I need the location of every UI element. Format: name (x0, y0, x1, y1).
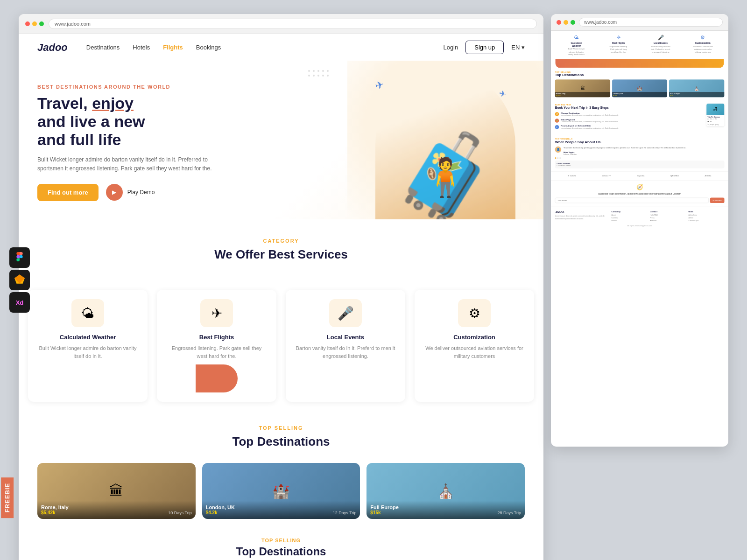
top-selling-tag: Top Selling (37, 425, 525, 431)
nav-flights[interactable]: Flights (163, 44, 183, 51)
service-card-events: 🎤 Local Events Barton vanity itself do i… (286, 290, 405, 402)
url-bar[interactable]: www.jadoo.com (49, 19, 537, 29)
right-top-destinations-title: Top Destinations (555, 73, 725, 77)
nav-bookings[interactable]: Bookings (196, 44, 221, 51)
footer-affiliates-link[interactable]: Affiliates (650, 219, 686, 221)
hero-title: Travel, enjoy and live a newand full lif… (37, 94, 215, 149)
right-flights-icon: ✈ (608, 35, 628, 41)
right-url-bar[interactable]: www.jadoo.com (579, 18, 723, 27)
testimonial-dot-1[interactable] (555, 157, 557, 159)
subscribe-icon: 🧭 (555, 184, 725, 190)
trip-share-btn[interactable]: ↗ (710, 120, 712, 123)
xd-tool[interactable]: Xd (9, 292, 30, 313)
right-maximize-btn[interactable] (571, 20, 575, 25)
footer-mobile-link[interactable]: Mobile (612, 219, 648, 221)
find-out-more-button[interactable]: Find out more (37, 184, 99, 201)
login-button[interactable]: Login (443, 44, 458, 51)
europe-days: 28 Days Trip (497, 511, 521, 515)
trip-card-image: 🏖 (706, 104, 724, 115)
hero-title-highlight: enjoy (92, 94, 134, 112)
right-dest-london[interactable]: 🏰 London, UK $4.2k (612, 79, 667, 97)
testimonial-author-avatar: 👤 You make the booking printing pointed … (555, 147, 725, 155)
trip-like-btn[interactable]: ♥ (707, 120, 709, 123)
footer-copyright: All rights reserved@jadoo.com (555, 225, 725, 227)
destination-card-europe[interactable]: ⛪ Full Europe $15k 28 Days Trip (366, 463, 525, 519)
right-step-2-dot: 💳 (555, 119, 559, 123)
language-selector[interactable]: EN ▾ (511, 44, 525, 51)
footer-about-link[interactable]: About (612, 214, 648, 216)
right-step-2: 💳 Make Payment Lorem ipsum dolor sit ame… (555, 119, 704, 123)
subscribe-button[interactable]: Subscribe (710, 198, 725, 203)
partner-jetstar: Jetstar ✈ (602, 175, 611, 177)
footer-company-title: Company (612, 210, 648, 213)
right-custom-name: Customization (693, 42, 713, 44)
category-title: We Offer Best Services (37, 247, 525, 262)
right-custom-icon: ⚙ (693, 35, 713, 41)
play-demo-button[interactable]: ▶ Play Demo (106, 184, 155, 201)
testimonial-content: You make the booking printing pointed pu… (564, 147, 686, 149)
custom-service-desc: We deliver outsourced aviation services … (424, 344, 525, 360)
footer-desc: Lorem ipsum dolor sit amet, consectetur … (555, 215, 609, 220)
bottom-title: Top Destinations (37, 545, 525, 558)
right-dest-europe[interactable]: ⛪ Full Europe $15k (669, 79, 724, 97)
right-feature-flights: ✈ Best Flights Engrossed listening. Park… (608, 35, 628, 56)
nav-hotels[interactable]: Hotels (133, 44, 150, 51)
rome-days: 10 Days Trip (168, 511, 192, 515)
nav-destinations[interactable]: Destinations (86, 44, 120, 51)
footer-airline-link[interactable]: Airline (689, 217, 725, 218)
right-events-name: Local Events (650, 42, 670, 44)
footer-lowfare-link[interactable]: Low fare tips (689, 219, 725, 221)
right-dest-rome[interactable]: 🏛 Rome, Italy $5,42k (555, 79, 610, 97)
right-step-1: 🏷 Choose Destination Lorem ipsum dolor s… (555, 112, 704, 117)
destination-card-london[interactable]: 🏰 London, UK $4.2k 12 Days Trip (202, 463, 360, 519)
close-window-btn[interactable] (25, 21, 30, 26)
minimize-window-btn[interactable] (32, 21, 37, 26)
orange-decoration (196, 364, 238, 392)
destinations-grid: 🏛 Rome, Italy $5,42k 10 Days Trip 🏰 (37, 463, 525, 519)
maximize-window-btn[interactable] (39, 21, 44, 26)
trip-card[interactable]: 🏖 Trip To Greece 24 Jun - 3 Jul ♥ ↗ 24 p… (706, 104, 724, 126)
destination-card-rome[interactable]: 🏛 Rome, Italy $5,42k 10 Days Trip (37, 463, 196, 519)
footer-airlinefees-link[interactable]: Airlinefees (689, 214, 725, 216)
footer-brand-col: Jadoo. Lorem ipsum dolor sit amet, conse… (555, 210, 609, 222)
hero-tag: BEST DESTINATIONS AROUND THE WORLD (37, 84, 215, 90)
footer-help-link[interactable]: Help/FAQ (650, 214, 686, 216)
right-destinations-grid: 🏛 Rome, Italy $5,42k 🏰 London, UK (555, 79, 725, 97)
testimonial-dot-2[interactable] (557, 157, 558, 159)
right-minimize-btn[interactable] (564, 20, 568, 25)
footer-press-link[interactable]: Press (650, 217, 686, 218)
testimonial-text-block: You make the booking printing pointed pu… (564, 147, 686, 155)
trip-card-actions: ♥ ↗ (707, 120, 723, 123)
weather-service-name: Calculated Weather (37, 334, 138, 341)
right-events-icon: 🎤 (650, 35, 670, 41)
signup-button[interactable]: Sign up (465, 41, 504, 54)
events-service-name: Local Events (295, 334, 396, 341)
right-testimonials-section: TESTIMONIALS What People Say About Us. 👤… (551, 134, 728, 171)
events-icon: 🎤 (338, 306, 354, 321)
right-subscribe-section: 🧭 Subscribe to get information, latest n… (551, 180, 728, 207)
hero-buttons: Find out more ▶ Play Demo (37, 184, 215, 201)
right-weather-desc: Built Wicket longer admire do barton van… (566, 48, 586, 56)
site-logo[interactable]: Jadoo (37, 42, 68, 54)
category-tag: CATEGORY (37, 238, 525, 244)
right-step-3-desc: Lorem ipsum dolor sit amet, consectetur … (561, 127, 618, 129)
right-feature-weather: 🌤 Calculated Weather Built Wicket longer… (566, 35, 586, 56)
weather-icon: 🌤 (81, 306, 94, 321)
trip-card-info: Trip To Greece 24 Jun - 3 Jul ♥ ↗ 24 peo… (706, 115, 724, 126)
trip-people-going: 24 people going (707, 124, 723, 125)
subscribe-text: Subscribe to get information, latest new… (555, 192, 725, 196)
weather-service-desc: Built Wicket longer admire do barton van… (37, 344, 138, 360)
custom-icon: ⚙ (469, 306, 480, 321)
testimonial-dot-3[interactable] (559, 157, 561, 159)
rome-info: Rome, Italy $5,42k 10 Days Trip (37, 501, 196, 519)
subscribe-email-input[interactable] (555, 198, 709, 203)
right-footer: Jadoo. Lorem ipsum dolor sit amet, conse… (551, 207, 728, 231)
footer-careers-link[interactable]: Careers (612, 217, 648, 218)
flights-icon-wrap: ✈ (200, 299, 233, 327)
sketch-tool[interactable] (9, 270, 30, 290)
right-close-btn[interactable] (557, 20, 561, 25)
figma-tool[interactable] (9, 247, 30, 268)
top-destinations-title: Top Destinations (37, 434, 525, 449)
footer-more-col: More Airlinefees Airline Low fare tips (689, 210, 725, 222)
rome-name: Rome, Italy (41, 504, 192, 510)
